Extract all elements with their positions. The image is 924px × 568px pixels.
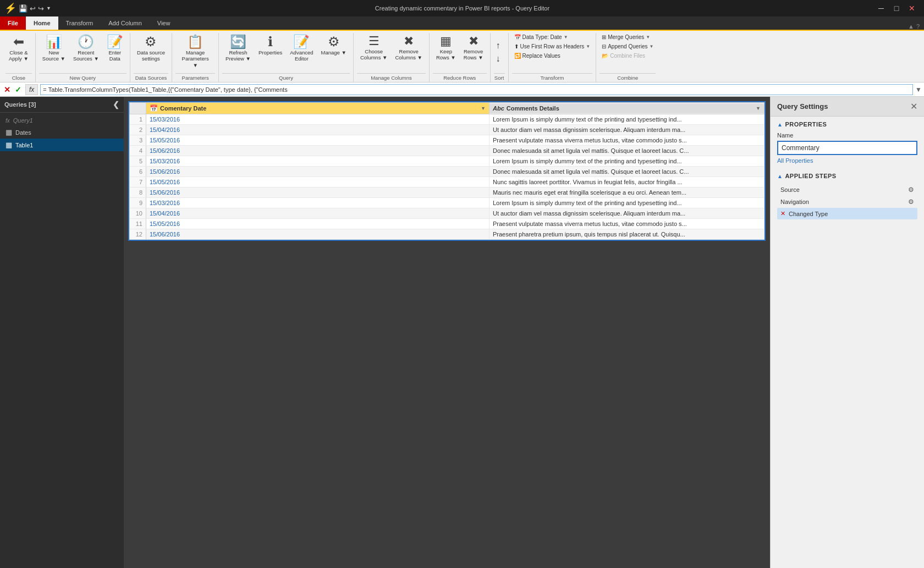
step-navigation-gear-icon[interactable]: ⚙ bbox=[908, 198, 914, 206]
sort-desc-button[interactable]: ↓ bbox=[494, 53, 505, 65]
date-cell: 15/05/2016 bbox=[146, 177, 490, 188]
advanced-editor-button[interactable]: 📝 AdvancedEditor bbox=[287, 33, 316, 64]
col-date-dropdown-icon[interactable]: ▼ bbox=[481, 106, 486, 111]
titlebar-app-icons: ⚡ 💾 ↩ ↪ ▼ bbox=[4, 2, 51, 14]
content-area: 📅 Comentary Date ▼ Abc Comments Details … bbox=[124, 97, 770, 568]
combine-files-button[interactable]: 📂 Combine Files bbox=[600, 52, 647, 60]
data-grid: 📅 Comentary Date ▼ Abc Comments Details … bbox=[129, 102, 765, 240]
col-header-comentary-date[interactable]: 📅 Comentary Date ▼ bbox=[146, 103, 490, 114]
dates-icon: ▦ bbox=[6, 128, 12, 136]
redo-icon[interactable]: ↪ bbox=[38, 4, 44, 13]
tab-view[interactable]: View bbox=[150, 16, 178, 30]
refresh-preview-button[interactable]: 🔄 RefreshPreview ▼ bbox=[222, 33, 254, 64]
append-queries-dropdown-icon: ▼ bbox=[649, 44, 653, 49]
query-item-dates[interactable]: ▦ Dates bbox=[0, 126, 124, 139]
enter-data-button[interactable]: 📝 EnterData bbox=[103, 33, 127, 64]
dropdown-arrow-icon[interactable]: ▼ bbox=[46, 5, 51, 11]
tab-add-column[interactable]: Add Column bbox=[101, 16, 150, 30]
data-type-button[interactable]: 📅 Data Type: Date ▼ bbox=[512, 33, 570, 41]
tab-file[interactable]: File bbox=[0, 16, 26, 30]
close-apply-label: Close &Apply ▼ bbox=[9, 49, 29, 62]
date-cell: 15/03/2016 bbox=[146, 114, 490, 125]
step-changed-type[interactable]: ✕ Changed Type bbox=[777, 208, 917, 219]
help-icon[interactable]: ? bbox=[916, 23, 920, 30]
table-row: 10 15/04/2016 Ut auctor diam vel massa d… bbox=[130, 208, 765, 219]
choose-columns-button[interactable]: ☰ ChooseColumns ▼ bbox=[357, 33, 391, 63]
formula-fx-label: fx bbox=[25, 84, 38, 95]
replace-values-label: Replace Values bbox=[522, 53, 560, 59]
append-queries-button[interactable]: ⊟ Append Queries ▼ bbox=[600, 42, 656, 51]
query-item-table1[interactable]: ▦ Table1 bbox=[0, 139, 124, 151]
data-source-settings-button[interactable]: ⚙ Data sourcesettings bbox=[134, 33, 168, 64]
ribbon-group-query-label: Query bbox=[222, 73, 350, 82]
advanced-editor-label: AdvancedEditor bbox=[290, 49, 313, 62]
col-header-text-content: Abc Comments Details ▼ bbox=[490, 103, 764, 113]
recent-sources-button[interactable]: 🕐 RecentSources ▼ bbox=[70, 33, 102, 64]
replace-values-button[interactable]: 🔁 Replace Values bbox=[512, 52, 563, 60]
tab-home[interactable]: Home bbox=[26, 16, 58, 30]
remove-rows-button[interactable]: ✖ RemoveRows ▼ bbox=[460, 33, 487, 63]
remove-columns-label: RemoveColumns ▼ bbox=[395, 48, 422, 61]
row-num-cell: 1 bbox=[130, 114, 146, 125]
properties-section-header: ▲ PROPERTIES bbox=[777, 121, 917, 128]
merge-queries-button[interactable]: ⊞ Merge Queries ▼ bbox=[600, 33, 652, 41]
col-date-type-icon: 📅 bbox=[150, 104, 158, 112]
ribbon-group-reduce-rows-content: ▦ KeepRows ▼ ✖ RemoveRows ▼ bbox=[433, 33, 487, 73]
row-num-cell: 12 bbox=[130, 229, 146, 240]
queries-header: Queries [3] ❮ bbox=[0, 97, 124, 113]
close-apply-button[interactable]: ⬅ Close &Apply ▼ bbox=[6, 33, 32, 64]
main-layout: Queries [3] ❮ fx Query1 ▦ Dates ▦ Table1 bbox=[0, 97, 924, 568]
close-button[interactable]: ✕ bbox=[904, 3, 920, 14]
choose-columns-icon: ☰ bbox=[369, 35, 380, 47]
sort-asc-button[interactable]: ↑ bbox=[494, 40, 505, 52]
sort-asc-icon: ↑ bbox=[496, 41, 501, 51]
keep-rows-button[interactable]: ▦ KeepRows ▼ bbox=[433, 33, 459, 63]
save-icon[interactable]: 💾 bbox=[19, 4, 28, 13]
text-cell: Mauris nec mauris eget erat fringilla sc… bbox=[490, 188, 765, 198]
manage-parameters-button[interactable]: 📋 ManageParameters ▼ bbox=[175, 33, 215, 70]
keep-rows-label: KeepRows ▼ bbox=[436, 48, 456, 61]
formula-cancel-button[interactable]: ✕ bbox=[2, 85, 12, 95]
manage-parameters-label: ManageParameters ▼ bbox=[179, 49, 212, 68]
undo-icon[interactable]: ↩ bbox=[30, 4, 36, 13]
remove-columns-icon: ✖ bbox=[404, 35, 414, 47]
new-source-button[interactable]: 📊 NewSource ▼ bbox=[39, 33, 69, 64]
manage-button[interactable]: ⚙ Manage ▼ bbox=[318, 33, 350, 58]
col-text-label: Comments Details bbox=[507, 105, 559, 112]
step-navigation[interactable]: Navigation ⚙ bbox=[777, 196, 917, 208]
ribbon: ⬅ Close &Apply ▼ Close 📊 NewSource ▼ 🕐 R… bbox=[0, 31, 924, 82]
formula-confirm-button[interactable]: ✓ bbox=[13, 85, 23, 95]
ribbon-collapse-icon[interactable]: ▲ bbox=[908, 23, 914, 30]
step-source[interactable]: Source ⚙ bbox=[777, 184, 917, 196]
maximize-button[interactable]: □ bbox=[889, 3, 904, 14]
queries-collapse-button[interactable]: ❮ bbox=[113, 100, 119, 109]
enter-data-label: EnterData bbox=[109, 49, 122, 62]
window-controls[interactable]: ─ □ ✕ bbox=[873, 3, 920, 14]
ribbon-group-close-label: Close bbox=[6, 73, 32, 82]
table1-label: Table1 bbox=[15, 142, 33, 148]
applied-steps-header: ▲ APPLIED STEPS bbox=[777, 173, 917, 179]
tab-transform[interactable]: Transform bbox=[58, 16, 101, 30]
formula-expand-icon[interactable]: ▼ bbox=[915, 86, 922, 93]
remove-rows-label: RemoveRows ▼ bbox=[464, 48, 483, 61]
queries-list: fx Query1 ▦ Dates ▦ Table1 bbox=[0, 113, 124, 568]
settings-close-button[interactable]: ✕ bbox=[910, 101, 917, 112]
merge-queries-icon: ⊞ bbox=[602, 34, 606, 40]
step-changed-type-x-icon[interactable]: ✕ bbox=[780, 210, 785, 217]
use-first-row-label: Use First Row as Headers bbox=[520, 43, 585, 49]
minimize-button[interactable]: ─ bbox=[873, 3, 889, 14]
remove-columns-button[interactable]: ✖ RemoveColumns ▼ bbox=[392, 33, 426, 63]
ribbon-group-query-content: 🔄 RefreshPreview ▼ ℹ Properties 📝 Advanc… bbox=[222, 33, 350, 73]
merge-queries-label: Merge Queries bbox=[608, 34, 644, 40]
col-text-dropdown-icon[interactable]: ▼ bbox=[756, 106, 761, 111]
query-item-query1[interactable]: fx Query1 bbox=[0, 115, 124, 126]
col-header-comments-details[interactable]: Abc Comments Details ▼ bbox=[490, 103, 765, 114]
keep-rows-icon: ▦ bbox=[440, 35, 452, 47]
name-input[interactable] bbox=[777, 141, 917, 155]
formula-input[interactable] bbox=[40, 84, 913, 95]
properties-button[interactable]: ℹ Properties bbox=[255, 33, 285, 58]
step-source-gear-icon[interactable]: ⚙ bbox=[908, 186, 914, 194]
all-properties-link[interactable]: All Properties bbox=[777, 157, 917, 164]
titlebar: ⚡ 💾 ↩ ↪ ▼ Creating dynamic commentary in… bbox=[0, 0, 924, 16]
use-first-row-button[interactable]: ⬆ Use First Row as Headers ▼ bbox=[512, 42, 593, 51]
